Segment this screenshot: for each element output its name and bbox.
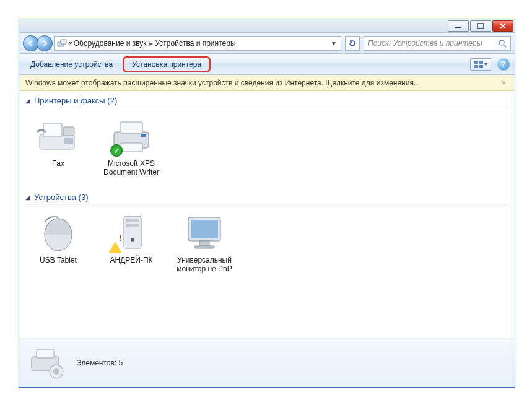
search-icon[interactable]: [498, 39, 507, 48]
nav-buttons: [23, 35, 50, 51]
refresh-button[interactable]: [345, 36, 360, 51]
svg-rect-3: [61, 40, 66, 44]
device-label: Microsoft XPS Document Writer: [96, 159, 167, 176]
device-item-pc[interactable]: АНДРЕЙ-ПК: [95, 210, 168, 276]
maximize-button[interactable]: [470, 20, 491, 32]
group-header-printers[interactable]: ◢ Принтеры и факсы (2): [19, 91, 515, 108]
group-items-printers: Fax ✓ Microsoft XPS Document Writer: [19, 108, 515, 188]
svg-point-29: [53, 368, 59, 375]
search-input[interactable]: Поиск: Устройства и принтеры: [364, 36, 511, 51]
svg-rect-14: [120, 122, 142, 133]
content-area: ◢ Принтеры и факсы (2) Fax: [19, 91, 515, 338]
svg-rect-27: [37, 349, 54, 358]
refresh-icon: [348, 39, 357, 48]
monitor-icon: [178, 212, 230, 252]
device-label: АНДРЕЙ-ПК: [96, 256, 167, 264]
arrow-right-icon: [41, 40, 48, 47]
svg-rect-11: [63, 127, 74, 136]
printer-icon: ✓: [105, 116, 157, 155]
device-item-fax[interactable]: Fax: [22, 113, 95, 179]
collapse-icon: ◢: [25, 194, 30, 201]
chevron-down-icon: ▾: [484, 61, 487, 68]
device-item-usb-tablet[interactable]: USB Tablet: [22, 210, 95, 276]
add-printer-button[interactable]: Установка принтера: [123, 56, 211, 72]
warning-badge-icon: [109, 241, 121, 253]
add-device-button[interactable]: Добавление устройства: [24, 58, 119, 71]
close-icon: [499, 23, 507, 29]
minimize-icon: [455, 23, 462, 29]
device-label: Универсальный монитор не PnP: [169, 256, 240, 273]
svg-rect-10: [43, 123, 62, 137]
tower-icon: [105, 212, 157, 252]
device-label: USB Tablet: [23, 256, 94, 264]
breadcrumb-part-2[interactable]: Устройства и принтеры: [155, 39, 236, 48]
device-item-monitor[interactable]: Универсальный монитор не PnP: [168, 210, 241, 276]
close-button[interactable]: [492, 20, 513, 32]
svg-point-4: [499, 40, 504, 45]
breadcrumb-sep-icon: ▸: [148, 39, 154, 48]
svg-rect-6: [479, 61, 483, 64]
info-bar-close-button[interactable]: ×: [499, 79, 508, 87]
svg-point-21: [131, 238, 134, 242]
nav-forward-button[interactable]: [37, 35, 53, 51]
device-label: Fax: [23, 159, 94, 168]
mouse-icon: [32, 212, 84, 252]
group-items-devices: USB Tablet АНДРЕЙ-ПК: [19, 205, 515, 284]
svg-rect-7: [474, 65, 478, 68]
fax-icon: [32, 116, 84, 155]
info-bar[interactable]: Windows может отображать расширенные зна…: [19, 75, 515, 91]
window: « Оборудование и звук ▸ Устройства и при…: [19, 19, 515, 388]
address-bar: « Оборудование и звук ▸ Устройства и при…: [19, 33, 515, 54]
svg-rect-12: [64, 138, 73, 144]
maximize-icon: [477, 23, 484, 29]
search-placeholder: Поиск: Устройства и принтеры: [368, 39, 482, 48]
details-icon: [28, 346, 68, 380]
check-badge-icon: ✓: [110, 144, 123, 157]
svg-rect-23: [191, 220, 218, 238]
svg-rect-15: [120, 143, 142, 152]
breadcrumb-part-1[interactable]: Оборудование и звук: [74, 39, 147, 48]
device-item-xps[interactable]: ✓ Microsoft XPS Document Writer: [95, 113, 168, 179]
breadcrumb-chevrons: «: [68, 39, 72, 48]
info-bar-text: Windows может отображать расширенные зна…: [25, 79, 420, 87]
view-options-button[interactable]: ▾: [470, 58, 491, 71]
view-icon: [474, 61, 483, 68]
svg-rect-8: [479, 65, 483, 68]
group-title: Устройства (3): [34, 193, 89, 202]
help-button[interactable]: ?: [497, 58, 510, 71]
group-title: Принтеры и факсы (2): [34, 96, 117, 105]
details-count: Элементов: 5: [76, 359, 123, 367]
toolbar: Добавление устройства Установка принтера…: [19, 54, 515, 75]
collapse-icon: ◢: [25, 97, 30, 104]
breadcrumb-dropdown-icon[interactable]: ▾: [329, 39, 338, 48]
svg-rect-25: [194, 246, 214, 248]
svg-rect-24: [199, 241, 209, 246]
help-icon: ?: [501, 59, 506, 69]
svg-rect-0: [455, 27, 461, 28]
minimize-button[interactable]: [448, 20, 469, 32]
group-header-devices[interactable]: ◢ Устройства (3): [19, 188, 515, 204]
svg-rect-16: [141, 134, 146, 137]
details-pane: Элементов: 5: [19, 338, 515, 387]
svg-rect-5: [474, 61, 478, 64]
svg-rect-1: [477, 24, 484, 28]
svg-rect-20: [126, 224, 139, 227]
arrow-left-icon: [27, 40, 35, 47]
devices-icon: [57, 38, 67, 48]
titlebar: [19, 19, 515, 33]
breadcrumb[interactable]: « Оборудование и звук ▸ Устройства и при…: [54, 36, 341, 51]
svg-rect-19: [126, 219, 139, 222]
